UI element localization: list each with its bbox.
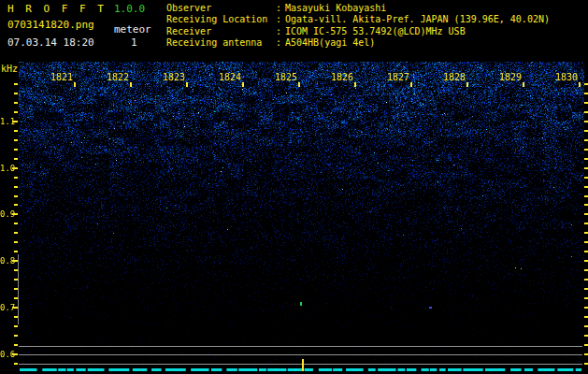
freq-tick — [14, 335, 18, 337]
freq-tick-right — [584, 167, 588, 169]
level-minute-marker — [302, 359, 304, 371]
station-value: ICOM IC-575 53.7492(@LCD)MHz USB — [285, 26, 466, 37]
freq-tick — [14, 111, 18, 113]
freq-tick — [14, 186, 18, 188]
freq-tick — [14, 139, 18, 141]
freq-tick-right — [584, 335, 588, 337]
freq-label: 0.7 — [0, 303, 12, 312]
freq-axis-unit-label: kHz — [1, 64, 18, 74]
station-value: Masayuki Kobayashi — [285, 3, 386, 14]
time-tick — [298, 82, 300, 87]
freq-tick-right — [584, 325, 588, 327]
meteor-echo-dot — [300, 302, 302, 306]
time-tick — [410, 82, 412, 87]
time-label: 1830 — [554, 72, 578, 82]
freq-label: 1.1 — [0, 117, 12, 126]
time-tick — [354, 82, 356, 87]
freq-tick — [14, 325, 18, 327]
station-separator: : — [276, 14, 285, 25]
time-tick — [523, 82, 524, 87]
time-label: 1829 — [498, 72, 522, 82]
time-label: 1827 — [386, 72, 409, 82]
station-row: Observer:Masayuki Kobayashi — [166, 3, 550, 14]
app-version: 1.0.0 — [114, 3, 145, 15]
freq-tick-right — [584, 344, 588, 346]
freq-tick-right — [584, 186, 588, 188]
time-label: 1828 — [442, 72, 466, 82]
station-separator: : — [276, 3, 285, 14]
level-gridline — [19, 346, 582, 347]
freq-tick-right — [584, 83, 588, 85]
freq-label: 0.6 — [0, 350, 12, 359]
freq-tick-right — [584, 204, 588, 206]
freq-label: 0.8 — [0, 256, 12, 266]
freq-label: 1.0 — [0, 164, 12, 173]
freq-tick-right — [584, 149, 588, 151]
freq-tick-right — [584, 279, 588, 280]
freq-tick-right — [584, 93, 588, 94]
freq-tick-right — [584, 353, 588, 355]
freq-tick-right — [584, 232, 588, 234]
freq-tick-right — [584, 269, 588, 271]
freq-tick — [14, 102, 18, 104]
freq-tick-right — [584, 363, 588, 365]
freq-tick-right — [584, 307, 588, 309]
freq-tick-right — [584, 316, 588, 318]
time-tick — [130, 82, 132, 87]
level-gridline — [19, 354, 582, 355]
meteor-echo-dot — [429, 307, 432, 309]
station-separator: : — [276, 26, 285, 37]
output-filename: 0703141820.png — [7, 19, 94, 31]
freq-tick-right — [584, 195, 588, 197]
app-title: H R O F F T — [7, 3, 107, 15]
freq-tick-right — [584, 111, 588, 113]
station-value: Ogata-vill. Akita-Pref. JAPAN (139.96E, … — [285, 14, 550, 25]
freq-tick — [14, 149, 18, 151]
freq-tick-right — [584, 139, 588, 141]
freq-tick — [14, 130, 18, 132]
freq-tick — [14, 344, 18, 346]
station-info: Observer:Masayuki KobayashiReceiving Loc… — [166, 3, 550, 50]
freq-label: 0.9 — [0, 209, 12, 219]
station-row: Receiving Location:Ogata-vill. Akita-Pre… — [166, 14, 550, 25]
freq-tick-right — [584, 251, 588, 252]
freq-tick — [14, 83, 18, 85]
freq-tick-right — [584, 213, 588, 215]
freq-tick-right — [584, 223, 588, 224]
freq-tick — [14, 93, 18, 94]
freq-tick — [14, 204, 18, 206]
freq-tick — [14, 195, 18, 197]
freq-tick-right — [584, 177, 588, 179]
time-tick — [579, 82, 581, 87]
time-label: 1822 — [106, 72, 129, 82]
time-tick — [74, 82, 76, 87]
time-label: 1825 — [274, 72, 297, 82]
time-tick — [466, 82, 468, 87]
freq-tick-right — [584, 102, 588, 104]
freq-tick-right — [584, 158, 588, 160]
station-label: Observer — [166, 3, 276, 14]
time-label: 1821 — [50, 72, 73, 82]
time-label: 1824 — [218, 72, 241, 82]
meteor-counter-label: meteor — [114, 23, 151, 36]
station-label: Receiving Location — [166, 14, 276, 25]
freq-tick-right — [584, 241, 588, 243]
freq-tick-right — [584, 297, 588, 299]
freq-tick — [14, 232, 18, 234]
freq-tick — [14, 363, 18, 365]
freq-tick — [14, 251, 18, 252]
meteor-counter-value: 1 — [131, 36, 137, 49]
observation-datetime: 07.03.14 18:20 — [7, 36, 94, 49]
freq-tick-right — [584, 121, 588, 122]
freq-tick — [14, 158, 18, 160]
freq-tick — [14, 177, 18, 179]
freq-tick-right — [584, 130, 588, 132]
time-tick — [186, 82, 188, 87]
freq-tick — [14, 241, 18, 243]
left-scale-rule — [18, 254, 19, 324]
station-label: Receiving antenna — [166, 37, 276, 49]
freq-tick-right — [584, 260, 588, 262]
hrofft-screen: H R O F F T 1.0.0 0703141820.png meteor … — [0, 0, 588, 374]
time-tick — [242, 82, 244, 87]
spectrogram-noise-canvas — [19, 62, 584, 374]
